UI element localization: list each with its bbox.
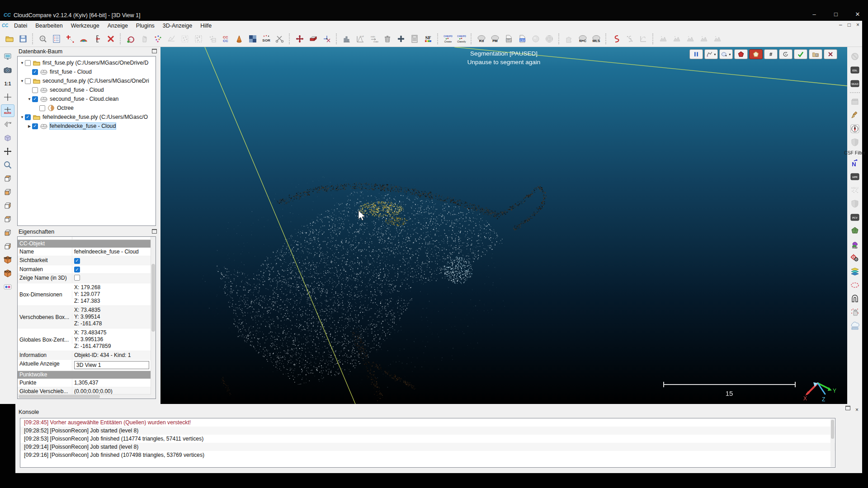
dock-float-icon[interactable]	[152, 49, 157, 53]
ssao-filter-button[interactable]: SSAO	[848, 77, 862, 90]
delete-button[interactable]	[104, 32, 118, 46]
3d-viewport[interactable]: 15 X Y Z Segmentation [PAUSED] Unpause t…	[160, 47, 847, 404]
class-label-button[interactable]: #	[764, 49, 778, 59]
console-close-icon[interactable]: ×	[855, 407, 859, 413]
tree-item-label[interactable]: secound_fuse - Cloud	[50, 87, 104, 93]
view-right-button[interactable]	[1, 240, 14, 253]
segment-in-button[interactable]	[734, 49, 748, 59]
visibility-checkbox[interactable]	[32, 96, 38, 102]
properties-hscrollbar[interactable]	[18, 394, 151, 399]
clean-broom-button[interactable]	[848, 109, 862, 122]
cone-sample-button[interactable]	[232, 32, 246, 46]
pcv-plugin-button[interactable]: PCV	[848, 211, 862, 224]
tree-item[interactable]: first_fuse - Cloud	[18, 67, 156, 76]
tree-item[interactable]: ▼secound_fuse - Cloud.clean	[18, 94, 156, 103]
view-left-button[interactable]	[1, 226, 14, 239]
minimize-button[interactable]: –	[810, 11, 818, 18]
add-constant-sf-button[interactable]	[394, 32, 408, 46]
hpr-plugin-button[interactable]: HPR	[848, 170, 862, 183]
tree-item-label[interactable]: secound_fuse.ply (C:/Users/MGasc/OneDri	[42, 78, 149, 84]
refresh-display-button[interactable]	[1, 50, 14, 63]
spline-button[interactable]	[609, 32, 623, 46]
color-ramp-button[interactable]	[77, 32, 90, 46]
property-checkbox[interactable]	[74, 275, 80, 281]
clone-button[interactable]	[36, 32, 50, 46]
scissors-crop-button[interactable]	[273, 32, 287, 46]
layers-plugin-button[interactable]	[848, 265, 862, 278]
filter-by-value-button[interactable]: minmax	[367, 32, 381, 46]
edl-filter-button[interactable]: EDL	[848, 64, 862, 76]
console-scrollbar[interactable]	[830, 419, 835, 467]
tree-item-label[interactable]: secound_fuse - Cloud.clean	[50, 96, 118, 102]
view-front-ortho-button[interactable]	[1, 199, 14, 212]
save-button[interactable]	[16, 32, 30, 46]
view-back-iso-button[interactable]: BACK	[1, 267, 14, 280]
property-checkbox[interactable]	[74, 258, 80, 264]
normals-compute-button[interactable]: N+C	[576, 32, 590, 46]
sor-filter-button[interactable]: SOR	[259, 32, 273, 46]
poisson-recon-button[interactable]	[848, 225, 862, 237]
cancel-segmentation-button[interactable]	[824, 49, 837, 59]
view-back-ortho-button[interactable]	[1, 213, 14, 225]
canupo-create-button[interactable]: CANUPOCreate	[441, 32, 455, 46]
property-value[interactable]: 3D View 1	[72, 360, 151, 371]
view-front-iso-button[interactable]: FRONT	[1, 253, 14, 266]
dock-float-icon[interactable]	[152, 229, 157, 234]
cross-section-button[interactable]	[307, 32, 320, 46]
maximize-button[interactable]: □	[832, 11, 840, 18]
tree-item-label[interactable]: fehelndeecke_fuse - Cloud	[50, 123, 116, 129]
mls-smoothing-button[interactable]: MLS	[590, 32, 603, 46]
hand-measure-button[interactable]	[848, 306, 862, 319]
gears-plugin-button[interactable]	[848, 252, 862, 264]
iso-view-button[interactable]	[1, 131, 14, 144]
pause-segmentation-button[interactable]	[689, 49, 703, 59]
menu-item-3d-anzeige[interactable]: 3D-Anzeige	[159, 21, 196, 30]
segment-out-button[interactable]	[749, 49, 763, 59]
menu-item-werkzeuge[interactable]: Werkzeuge	[67, 21, 104, 30]
segment-tool-button[interactable]	[320, 32, 334, 46]
shp-export-button[interactable]: SHP	[502, 32, 515, 46]
cloud-ruler-button[interactable]	[848, 319, 862, 332]
view-top-button[interactable]	[1, 172, 14, 185]
history-button[interactable]	[124, 32, 137, 46]
screenshot-button[interactable]	[1, 64, 14, 76]
normals-n-button[interactable]: N	[848, 157, 862, 169]
property-value[interactable]	[72, 274, 151, 283]
checker-pattern-button[interactable]	[246, 32, 259, 46]
visibility-checkbox[interactable]	[32, 69, 38, 75]
render-colors-button[interactable]	[151, 32, 165, 46]
property-value[interactable]	[72, 265, 151, 274]
rsd-plugin-button[interactable]: RSD	[848, 238, 862, 251]
visibility-checkbox[interactable]	[25, 60, 31, 66]
console-float-icon[interactable]	[845, 406, 850, 410]
tree-item[interactable]: secound_fuse - Cloud	[18, 85, 156, 94]
fast-marching-button[interactable]: FM	[488, 32, 502, 46]
tree-item-label[interactable]: fehelndeecke_fuse.ply (C:/Users/MGasc/O	[42, 114, 148, 120]
histogram-button[interactable]	[340, 32, 354, 46]
confirm-new-entity-button[interactable]	[809, 49, 822, 59]
cloud-cloud-distance-button[interactable]: CCCC	[219, 32, 232, 46]
view-bottom-button[interactable]	[1, 186, 14, 198]
translate-rotate-button[interactable]	[293, 32, 307, 46]
zoom-1-1-button[interactable]: 1:1	[1, 77, 14, 90]
properties-list-button[interactable]	[50, 32, 63, 46]
reset-segmentation-button[interactable]	[779, 49, 793, 59]
property-value[interactable]	[72, 256, 151, 265]
menu-item-anzeige[interactable]: Anzeige	[104, 21, 132, 30]
magnet-plugin-button[interactable]	[848, 292, 862, 305]
compass-plugin-button[interactable]	[848, 122, 862, 135]
ellipse-plugin-button[interactable]	[848, 279, 862, 291]
tree-item[interactable]: ▼secound_fuse.ply (C:/Users/MGasc/OneDri	[18, 76, 156, 85]
mdi-minimize-button[interactable]: –	[839, 22, 842, 28]
kd-tree-button[interactable]: Kd	[475, 32, 488, 46]
property-checkbox[interactable]	[74, 267, 80, 272]
tree-item[interactable]: ▶fehelndeecke_fuse - Cloud	[18, 122, 156, 131]
shape-selection-button[interactable]: ▼	[719, 49, 733, 59]
menu-item-bearbeiten[interactable]: Bearbeiten	[31, 21, 66, 30]
tree-item-label[interactable]: first_fuse - Cloud	[50, 69, 92, 75]
mdi-close-button[interactable]: ×	[856, 22, 859, 28]
menu-item-hilfe[interactable]: Hilfe	[196, 21, 216, 30]
pick-center-button[interactable]	[1, 91, 14, 103]
auto-pick-center-button[interactable]: auto	[1, 104, 14, 117]
stereo-mode-button[interactable]	[1, 281, 14, 293]
